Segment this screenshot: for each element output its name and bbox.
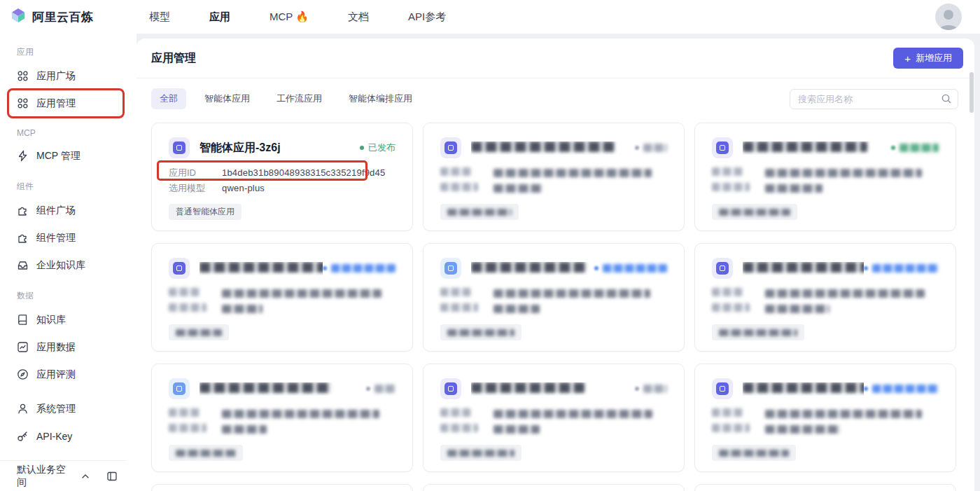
status-dot-icon	[366, 387, 370, 391]
inbox-icon	[17, 259, 29, 271]
sidebar-item-label: 应用数据	[36, 341, 76, 354]
book-icon	[17, 314, 29, 326]
tab-1[interactable]: 智能体应用	[196, 88, 258, 109]
search-icon[interactable]	[941, 93, 952, 104]
avatar[interactable]	[935, 4, 962, 30]
scrollbar-track[interactable]	[968, 79, 974, 491]
plus-icon: +	[904, 53, 911, 64]
status-badge-redacted	[891, 144, 939, 152]
user-silhouette-icon	[935, 6, 962, 30]
logo[interactable]: 阿里云百炼	[0, 7, 136, 27]
status-dot-icon	[891, 146, 895, 150]
topnav-item-2[interactable]: MCP 🔥	[270, 11, 309, 23]
card-header	[169, 378, 396, 399]
new-app-button[interactable]: + 新增应用	[893, 48, 963, 69]
layout-panel-icon[interactable]	[106, 470, 118, 483]
app-card-partial[interactable]	[151, 484, 413, 491]
app-card-partial[interactable]	[423, 484, 685, 491]
page-title: 应用管理	[151, 51, 196, 66]
app-title: 智能体应用-3z6j	[200, 141, 360, 155]
sidebar-item-3-2[interactable]: 应用评测	[0, 361, 136, 388]
sidebar-item-2-1[interactable]: 组件管理	[0, 224, 136, 251]
app-title-redacted	[471, 382, 635, 396]
status-badge-redacted	[864, 385, 939, 393]
search-input[interactable]	[790, 89, 958, 109]
sidebar-item-4-0[interactable]: 系统管理	[0, 395, 136, 422]
workspace-switcher[interactable]: 默认业务空间	[0, 460, 127, 491]
grid-icon	[17, 70, 29, 82]
sidebar-item-label: 组件广场	[36, 205, 76, 217]
app-id-row-redacted	[169, 286, 396, 300]
status-text: 已发布	[368, 141, 396, 154]
header-divider	[136, 78, 974, 78]
app-type-tag-redacted	[712, 324, 804, 340]
sidebar-item-0-0[interactable]: 应用广场	[0, 62, 136, 90]
sidebar-section: 数据知识库应用数据应用评测	[0, 279, 136, 388]
app-type-icon	[440, 378, 461, 399]
topnav-item-3[interactable]: 文档	[348, 11, 369, 24]
app-card[interactable]: 智能体应用-3z6j已发布应用ID1b4deb31b89048938315c33…	[151, 123, 413, 231]
sidebar-item-2-0[interactable]: 组件广场	[0, 197, 136, 224]
app-id-label: 应用ID	[169, 167, 222, 179]
user-icon	[17, 403, 29, 415]
app-card-partial[interactable]	[694, 484, 956, 491]
logo-text: 阿里云百炼	[32, 9, 94, 25]
chart-icon	[17, 341, 29, 353]
sidebar-item-label: API-Key	[36, 431, 72, 442]
app-card[interactable]	[423, 243, 685, 352]
app-type-icon	[440, 137, 461, 158]
app-type-icon	[169, 378, 190, 399]
logo-mark-icon	[10, 7, 27, 27]
sidebar-section-header: 数据	[0, 279, 136, 306]
status-badge-redacted	[635, 385, 667, 393]
sidebar-item-label: 系统管理	[36, 403, 76, 415]
tab-2[interactable]: 工作流应用	[268, 88, 330, 109]
app-title-redacted	[200, 262, 323, 275]
app-type-tag-redacted	[712, 445, 796, 461]
card-header	[712, 258, 939, 279]
app-card[interactable]	[694, 364, 956, 472]
app-card[interactable]	[694, 123, 956, 231]
app-card[interactable]	[694, 243, 956, 352]
app-type-tag-redacted	[169, 445, 243, 461]
app-id-row-redacted	[712, 286, 939, 300]
sidebar-item-label: MCP 管理	[36, 150, 80, 162]
model-row-redacted	[440, 422, 667, 436]
topnav-item-1[interactable]: 应用	[209, 11, 230, 24]
app-card[interactable]	[151, 243, 413, 352]
sidebar-item-3-0[interactable]: 知识库	[0, 306, 136, 333]
sidebar-item-3-1[interactable]: 应用数据	[0, 333, 136, 361]
sidebar-item-label: 组件管理	[36, 232, 76, 244]
status-dot-icon	[323, 266, 327, 270]
scrollbar-thumb[interactable]	[969, 72, 974, 113]
chevron-up-icon[interactable]	[79, 470, 92, 483]
sidebar-item-0-1[interactable]: 应用管理	[0, 90, 136, 117]
app-type-tag-redacted	[440, 445, 522, 461]
sidebar-section-header: 组件	[0, 170, 136, 197]
sidebar-section: 系统管理API-Key	[0, 388, 136, 450]
status-dot-icon	[360, 146, 364, 150]
card-header	[440, 258, 667, 279]
model-row-redacted	[440, 181, 667, 195]
app-card[interactable]	[151, 364, 413, 472]
sidebar-item-label: 知识库	[36, 314, 66, 326]
status-badge-redacted	[864, 264, 939, 272]
toolbar: 全部智能体应用工作流应用智能体编排应用	[151, 88, 958, 109]
app-card[interactable]	[423, 123, 685, 231]
app-title-redacted	[743, 262, 864, 275]
sidebar-item-2-2[interactable]: 企业知识库	[0, 251, 136, 279]
sidebar-item-1-0[interactable]: MCP 管理	[0, 142, 136, 170]
tab-0[interactable]: 全部	[151, 88, 186, 109]
app-id-row-redacted	[169, 407, 396, 420]
card-header	[169, 258, 396, 279]
puzzle-icon	[17, 205, 29, 216]
topnav-item-4[interactable]: API参考	[408, 11, 446, 24]
compass-icon	[17, 368, 29, 380]
app-card[interactable]	[423, 364, 685, 472]
model-row-redacted	[712, 181, 939, 195]
topnav-item-0[interactable]: 模型	[149, 11, 170, 24]
app-title-redacted	[743, 382, 864, 396]
sidebar-item-4-1[interactable]: API-Key	[0, 422, 136, 450]
app-type-tag-redacted	[169, 324, 229, 340]
tab-3[interactable]: 智能体编排应用	[340, 88, 421, 109]
